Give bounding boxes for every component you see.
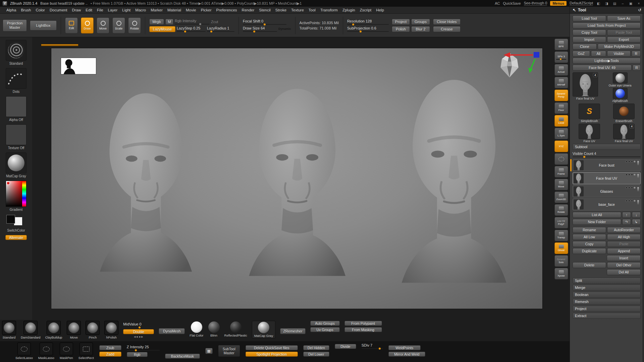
current-stroke-thumbnail[interactable]	[6, 68, 26, 89]
goz-all-button[interactable]: All	[591, 51, 606, 57]
aahalf-button[interactable]: AAHalf	[554, 77, 568, 88]
menu-material[interactable]: Material	[165, 8, 183, 12]
dock-right-icon[interactable]: ◨	[604, 2, 609, 5]
masklasso-thumbnail[interactable]	[40, 343, 53, 355]
maximize-icon[interactable]: ▣	[628, 2, 633, 5]
see-through-slider[interactable]: See-through 0	[524, 1, 547, 6]
subtool-item-face-bust[interactable]: Face bust	[573, 159, 641, 171]
section-remesh[interactable]: Remesh	[573, 299, 641, 305]
goz-button[interactable]: GoZ	[573, 51, 590, 57]
lsym-button[interactable]: L.Sym	[554, 128, 568, 139]
current-alpha-thumbnail[interactable]	[6, 96, 26, 117]
zsub-button[interactable]: Zsub	[99, 345, 121, 350]
uv-groups-button[interactable]: Uv Groups	[310, 327, 340, 332]
tool-thumbnail-simplebrush[interactable]: S	[579, 104, 600, 119]
projection-master-button[interactable]: Projection Master	[3, 19, 27, 32]
brush-damstandard-thumbnail[interactable]	[23, 321, 38, 335]
color-picker[interactable]	[6, 181, 26, 207]
delete-quicksave-button[interactable]: Delete QuickSave files	[246, 345, 298, 350]
menu-edit[interactable]: Edit	[83, 8, 95, 12]
del-lower-button[interactable]: Del Lower	[303, 352, 329, 357]
import-button[interactable]: Import	[573, 37, 606, 43]
menu-help[interactable]: Help	[374, 8, 386, 12]
mirror-and-weld-button[interactable]: Mirror And Weld	[388, 352, 425, 357]
z-intensity-slider[interactable]: Z Intensity 25	[127, 345, 160, 351]
zremesher-button[interactable]: ZRemesher	[280, 328, 305, 334]
make-polymesh3d-button[interactable]: Make PolyMesh3D	[598, 44, 641, 50]
polypaint-icon[interactable]	[637, 187, 639, 191]
subtool-visibility-icons[interactable]	[626, 161, 636, 163]
quicksave-button[interactable]: QuickSave	[503, 1, 521, 5]
polish-button[interactable]: Polish	[392, 26, 410, 32]
menu-preferences[interactable]: Preferences	[214, 8, 239, 12]
close-icon[interactable]: ×	[636, 2, 641, 5]
delete-subtool-button[interactable]: Delete	[573, 262, 606, 268]
rotate-3d-button[interactable]: Rotate	[554, 204, 568, 216]
scale-button[interactable]: Scale	[112, 17, 125, 34]
export-button[interactable]: Export	[607, 37, 641, 43]
lightbox-button[interactable]: LightBox	[30, 20, 57, 31]
section-split[interactable]: Split	[573, 278, 641, 284]
brush-hpolish-thumbnail[interactable]	[104, 321, 118, 335]
material-matcapgray-thumbnail[interactable]	[258, 322, 269, 333]
tool-thumbnail-outer-eye[interactable]	[613, 72, 628, 83]
zadd-button[interactable]: Zadd	[99, 352, 121, 357]
dynamesh-button[interactable]: DynaMesh	[159, 328, 185, 334]
brush-move-thumbnail[interactable]	[67, 321, 81, 335]
sculpted-heads[interactable]	[51, 48, 542, 309]
resolution-slider[interactable]: Resolution 128	[347, 19, 389, 25]
copy-subtool-button[interactable]: Copy	[573, 241, 606, 247]
menu-texture[interactable]: Texture	[289, 8, 306, 12]
current-material-thumbnail[interactable]	[6, 153, 26, 173]
material-flatcolor-thumbnail[interactable]	[191, 321, 202, 333]
lazymouse-button[interactable]: LazyMouse	[149, 26, 175, 32]
autoreorder-button[interactable]: AutoReorder	[607, 227, 641, 233]
menu-alpha[interactable]: Alpha	[4, 8, 18, 12]
from-masking-button[interactable]: From Masking	[344, 327, 382, 332]
brush-pinch-thumbnail[interactable]	[86, 321, 100, 335]
dock-left-icon[interactable]: ◧	[596, 2, 601, 5]
layout-icon[interactable]: ▤	[612, 2, 617, 5]
menu-marker[interactable]: Marker	[148, 8, 165, 12]
crease-button[interactable]: Crease	[433, 26, 461, 32]
tool-panel-scrollbar[interactable]	[642, 14, 644, 362]
menu-color[interactable]: Color	[33, 8, 47, 12]
move-out-folder-button[interactable]: ↳	[632, 219, 641, 225]
lasso-button[interactable]	[554, 153, 568, 165]
menu-stroke[interactable]: Stroke	[273, 8, 289, 12]
del-hidden-button[interactable]: Del Hidden	[303, 345, 329, 350]
material-blinn-thumbnail[interactable]	[208, 321, 220, 333]
lazyradius-slider[interactable]: LazyRadius 1	[207, 26, 234, 32]
blur-button[interactable]: Blur 2	[411, 26, 430, 32]
del-other-button[interactable]: Del Other	[607, 262, 641, 268]
lazystep-slider[interactable]: LazyStep 0.25	[177, 26, 206, 32]
rgb-intensity-slider[interactable]: Rgb Intensity	[175, 19, 210, 24]
solo-button[interactable]: DynamicSolo	[554, 255, 568, 267]
section-merge[interactable]: Merge	[573, 285, 641, 291]
save-as-button[interactable]: Save As	[607, 15, 641, 21]
menu-light[interactable]: Light	[120, 8, 133, 12]
grid-toggle-button[interactable]: ▦	[205, 348, 213, 354]
hue-strip[interactable]	[22, 181, 26, 206]
polypaint-icon[interactable]	[637, 174, 639, 178]
append-button[interactable]: Append	[607, 248, 641, 254]
tool-thumbnail-alphabrush[interactable]	[613, 88, 628, 99]
menu-brush[interactable]: Brush	[18, 8, 33, 12]
default-zscript-button[interactable]: DefaultZScript	[570, 1, 593, 6]
local-button[interactable]: Local	[554, 115, 568, 127]
zoom3d-button[interactable]: Zoom3D	[554, 191, 568, 203]
from-polypaint-button[interactable]: From Polypaint	[344, 321, 382, 326]
subtool-visibility-icons[interactable]	[626, 174, 636, 176]
section-extract[interactable]: Extract	[573, 313, 641, 319]
menus-toggle[interactable]: Menus	[550, 1, 567, 6]
subtool-up-button[interactable]: ↑	[622, 212, 631, 218]
all-high-button[interactable]: All High	[607, 234, 641, 240]
menu-layer[interactable]: Layer	[106, 8, 120, 12]
minimize-icon[interactable]: –	[620, 2, 625, 5]
menu-movie[interactable]: Movie	[183, 8, 199, 12]
subprojection-slider[interactable]: SubProjection 0.6	[347, 26, 389, 32]
move-3d-button[interactable]: Move	[554, 179, 568, 190]
xpose-button[interactable]: Xpose	[554, 268, 568, 280]
document-canvas[interactable]	[51, 48, 543, 309]
canvas-area[interactable]	[32, 37, 553, 320]
